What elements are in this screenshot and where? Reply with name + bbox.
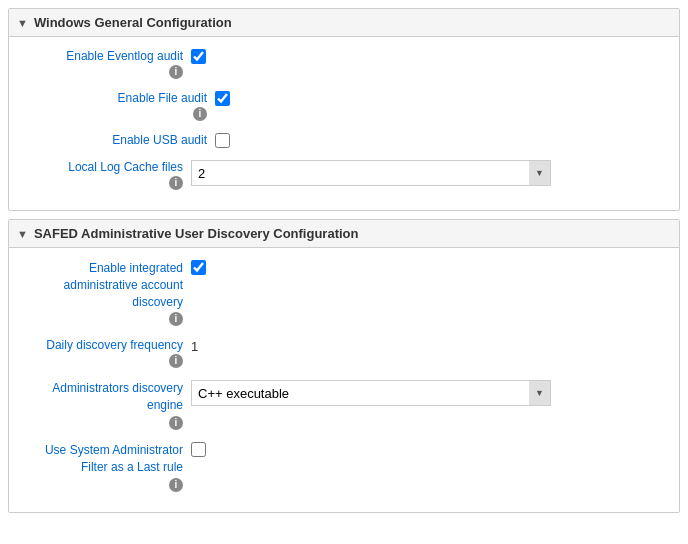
admin-discovery-engine-select[interactable]: C++ executable Other bbox=[191, 380, 551, 406]
daily-discovery-label-group: Daily discovery frequency i bbox=[21, 338, 191, 368]
use-system-admin-label-group: Use System Administrator Filter as a Las… bbox=[21, 442, 191, 492]
windows-general-section: ▼ Windows General Configuration Enable E… bbox=[8, 8, 680, 211]
use-system-admin-label: Use System Administrator Filter as a Las… bbox=[21, 442, 183, 476]
local-log-cache-label-group: Local Log Cache files i bbox=[21, 160, 191, 190]
collapse-arrow-icon: ▼ bbox=[17, 17, 28, 29]
use-system-admin-control bbox=[191, 442, 667, 457]
file-audit-label: Enable File audit bbox=[118, 91, 207, 105]
windows-general-body: Enable Eventlog audit i Enable File audi… bbox=[9, 37, 679, 210]
usb-audit-control bbox=[215, 133, 667, 148]
enable-integrated-control bbox=[191, 260, 667, 275]
enable-integrated-checkbox[interactable] bbox=[191, 260, 206, 275]
local-log-cache-select[interactable]: 2 1 3 bbox=[191, 160, 551, 186]
admin-discovery-engine-label: Administrators discovery engine bbox=[21, 380, 183, 414]
safed-admin-header[interactable]: ▼ SAFED Administrative User Discovery Co… bbox=[9, 220, 679, 248]
eventlog-row: Enable Eventlog audit i bbox=[9, 47, 679, 81]
enable-integrated-label: Enable integrated administrative account… bbox=[21, 260, 183, 310]
usb-audit-label-group: Enable USB audit bbox=[45, 133, 215, 147]
local-log-cache-control: 2 1 3 bbox=[191, 160, 667, 186]
safed-admin-section: ▼ SAFED Administrative User Discovery Co… bbox=[8, 219, 680, 513]
eventlog-label-group: Enable Eventlog audit i bbox=[21, 49, 191, 79]
use-system-admin-info-icon[interactable]: i bbox=[169, 478, 183, 492]
enable-integrated-label-group: Enable integrated administrative account… bbox=[21, 260, 191, 326]
use-system-admin-row: Use System Administrator Filter as a Las… bbox=[9, 440, 679, 494]
admin-discovery-engine-label-group: Administrators discovery engine i bbox=[21, 380, 191, 430]
daily-discovery-info-icon[interactable]: i bbox=[169, 354, 183, 368]
local-log-cache-select-wrapper: 2 1 3 bbox=[191, 160, 551, 186]
local-log-cache-info-icon[interactable]: i bbox=[169, 176, 183, 190]
enable-integrated-info-icon[interactable]: i bbox=[169, 312, 183, 326]
eventlog-control bbox=[191, 49, 667, 64]
local-log-cache-row: Local Log Cache files i 2 1 3 bbox=[9, 158, 679, 192]
eventlog-info-icon[interactable]: i bbox=[169, 65, 183, 79]
daily-discovery-value: 1 bbox=[191, 338, 198, 356]
admin-discovery-engine-select-wrapper: C++ executable Other bbox=[191, 380, 551, 406]
daily-discovery-row: Daily discovery frequency i 1 bbox=[9, 336, 679, 370]
usb-audit-label: Enable USB audit bbox=[112, 133, 207, 147]
daily-discovery-label: Daily discovery frequency bbox=[46, 338, 183, 352]
safed-admin-body: Enable integrated administrative account… bbox=[9, 248, 679, 512]
file-audit-checkbox[interactable] bbox=[215, 91, 230, 106]
safed-admin-title: SAFED Administrative User Discovery Conf… bbox=[34, 226, 359, 241]
windows-general-title: Windows General Configuration bbox=[34, 15, 232, 30]
usb-audit-checkbox[interactable] bbox=[215, 133, 230, 148]
file-audit-label-group: Enable File audit i bbox=[45, 91, 215, 121]
daily-discovery-control: 1 bbox=[191, 338, 667, 356]
file-audit-info-icon[interactable]: i bbox=[193, 107, 207, 121]
admin-discovery-engine-row: Administrators discovery engine i C++ ex… bbox=[9, 378, 679, 432]
eventlog-label: Enable Eventlog audit bbox=[66, 49, 183, 63]
admin-discovery-engine-info-icon[interactable]: i bbox=[169, 416, 183, 430]
windows-general-header[interactable]: ▼ Windows General Configuration bbox=[9, 9, 679, 37]
admin-discovery-engine-control: C++ executable Other bbox=[191, 380, 667, 406]
file-audit-control bbox=[215, 91, 667, 106]
safed-collapse-arrow-icon: ▼ bbox=[17, 228, 28, 240]
local-log-cache-label: Local Log Cache files bbox=[68, 160, 183, 174]
usb-audit-row: Enable USB audit bbox=[9, 131, 679, 150]
eventlog-checkbox[interactable] bbox=[191, 49, 206, 64]
enable-integrated-row: Enable integrated administrative account… bbox=[9, 258, 679, 328]
use-system-admin-checkbox[interactable] bbox=[191, 442, 206, 457]
file-audit-row: Enable File audit i bbox=[9, 89, 679, 123]
